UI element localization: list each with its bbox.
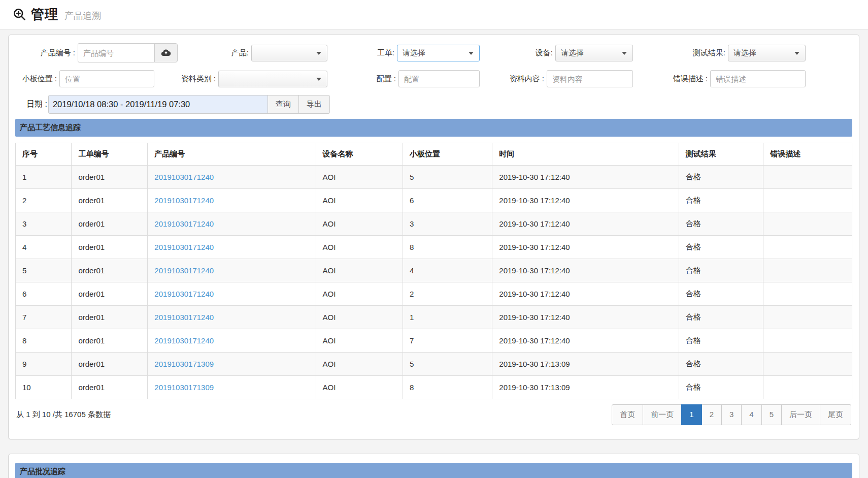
- date-range-input[interactable]: [48, 95, 268, 114]
- app-screen: 管理 产品追溯 产品编号 : 产品:: [0, 0, 868, 478]
- col-board-pos: 小板位置: [403, 143, 492, 166]
- error-desc-input[interactable]: [710, 70, 806, 87]
- col-seq: 序号: [16, 143, 72, 166]
- product-select[interactable]: [251, 45, 327, 61]
- search-button[interactable]: 查询: [268, 95, 299, 114]
- cell-device: AOI: [316, 259, 403, 282]
- product-link[interactable]: 20191030171240: [154, 243, 214, 251]
- data-content-input[interactable]: [547, 70, 633, 87]
- product-link[interactable]: 20191030171240: [154, 266, 214, 275]
- page-button[interactable]: 首页: [612, 404, 643, 425]
- product-link[interactable]: 20191030171309: [154, 360, 214, 368]
- cell-board-pos: 5: [403, 166, 492, 189]
- cell-error: [763, 166, 852, 189]
- cell-device: AOI: [316, 329, 403, 353]
- cell-error: [763, 329, 852, 353]
- cell-work-order: order01: [72, 236, 148, 259]
- cell-product-no: 20191030171240: [148, 259, 316, 282]
- page-button[interactable]: 2: [702, 404, 722, 425]
- work-order-select-value: 请选择: [403, 48, 425, 58]
- process-trace-panel: 产品编号 : 产品: 工单: 请选择: [8, 35, 859, 439]
- cell-device: AOI: [316, 282, 403, 306]
- cell-seq: 4: [16, 236, 72, 259]
- cell-error: [763, 353, 852, 376]
- field-data-content: 资料内容 :: [480, 70, 633, 87]
- page-button[interactable]: 4: [741, 404, 761, 425]
- page-button[interactable]: 尾页: [820, 404, 851, 425]
- cell-seq: 10: [16, 376, 72, 399]
- chevron-down-icon: [469, 52, 474, 55]
- cell-board-pos: 3: [403, 212, 492, 236]
- table-row: 10 order01 20191030171309 AOI 8 2019-10-…: [16, 376, 852, 399]
- pagination: 首页 前一页 1 2 3 4 5 后一页 尾页: [612, 404, 851, 425]
- cell-board-pos: 2: [403, 282, 492, 306]
- test-result-select[interactable]: 请选择: [728, 45, 806, 61]
- config-input[interactable]: [398, 70, 480, 87]
- product-link[interactable]: 20191030171309: [154, 383, 214, 392]
- cell-seq: 9: [16, 353, 72, 376]
- product-link[interactable]: 20191030171240: [154, 313, 214, 322]
- page-header: 管理 产品追溯: [0, 0, 868, 29]
- page-button[interactable]: 1: [681, 404, 702, 425]
- chevron-down-icon: [316, 52, 321, 55]
- cell-seq: 2: [16, 189, 72, 212]
- config-label: 配置 :: [327, 74, 398, 84]
- product-link[interactable]: 20191030171240: [154, 196, 214, 205]
- work-order-label: 工单:: [327, 48, 397, 58]
- cell-product-no: 20191030171240: [148, 166, 316, 189]
- date-label: 日期 :: [26, 99, 47, 110]
- cell-work-order: order01: [72, 376, 148, 399]
- cell-device: AOI: [316, 189, 403, 212]
- cell-work-order: order01: [72, 282, 148, 306]
- cell-time: 2019-10-30 17:12:40: [492, 282, 679, 306]
- cell-result: 合格: [679, 306, 763, 329]
- cell-seq: 7: [16, 306, 72, 329]
- process-section-title: 产品工艺信息追踪: [15, 119, 852, 137]
- export-button[interactable]: 导出: [298, 95, 330, 114]
- cell-product-no: 20191030171309: [148, 376, 316, 399]
- board-pos-input[interactable]: [59, 70, 154, 87]
- work-order-select[interactable]: 请选择: [397, 45, 480, 61]
- product-no-input[interactable]: [78, 43, 155, 62]
- table-row: 9 order01 20191030171309 AOI 5 2019-10-3…: [16, 353, 852, 376]
- cell-work-order: order01: [72, 189, 148, 212]
- data-category-select[interactable]: [218, 71, 327, 87]
- cell-seq: 5: [16, 259, 72, 282]
- filter-row-1: 产品编号 : 产品: 工单: 请选择: [15, 43, 852, 62]
- cell-error: [763, 212, 852, 236]
- device-select[interactable]: 请选择: [555, 45, 633, 61]
- cell-work-order: order01: [72, 259, 148, 282]
- cell-device: AOI: [316, 166, 403, 189]
- product-label: 产品:: [178, 48, 251, 58]
- table-row: 7 order01 20191030171240 AOI 1 2019-10-3…: [16, 306, 852, 329]
- cell-board-pos: 8: [403, 236, 492, 259]
- field-work-order: 工单: 请选择: [327, 45, 480, 61]
- page-button[interactable]: 5: [761, 404, 782, 425]
- page-button[interactable]: 后一页: [781, 404, 820, 425]
- cell-error: [763, 236, 852, 259]
- cell-board-pos: 5: [403, 353, 492, 376]
- cell-result: 合格: [679, 212, 763, 236]
- table-row: 6 order01 20191030171240 AOI 2 2019-10-3…: [16, 282, 852, 306]
- cell-result: 合格: [679, 259, 763, 282]
- table-row: 5 order01 20191030171240 AOI 4 2019-10-3…: [16, 259, 852, 282]
- field-device: 设备: 请选择: [480, 45, 633, 61]
- chevron-down-icon: [794, 52, 799, 55]
- table-row: 4 order01 20191030171240 AOI 8 2019-10-3…: [16, 236, 852, 259]
- device-select-value: 请选择: [561, 48, 584, 58]
- test-result-label: 测试结果:: [633, 48, 728, 58]
- product-link[interactable]: 20191030171240: [154, 336, 214, 345]
- cell-error: [763, 259, 852, 282]
- cell-time: 2019-10-30 17:12:40: [492, 259, 679, 282]
- cell-board-pos: 8: [403, 376, 492, 399]
- product-link[interactable]: 20191030171240: [154, 219, 214, 228]
- cell-product-no: 20191030171240: [148, 306, 316, 329]
- product-link[interactable]: 20191030171240: [154, 173, 214, 181]
- page-button[interactable]: 3: [721, 404, 742, 425]
- cell-time: 2019-10-30 17:12:40: [492, 236, 679, 259]
- upload-button[interactable]: [154, 43, 178, 62]
- product-link[interactable]: 20191030171240: [154, 290, 214, 298]
- table-row: 8 order01 20191030171240 AOI 7 2019-10-3…: [16, 329, 852, 353]
- cell-product-no: 20191030171240: [148, 236, 316, 259]
- page-button[interactable]: 前一页: [643, 404, 682, 425]
